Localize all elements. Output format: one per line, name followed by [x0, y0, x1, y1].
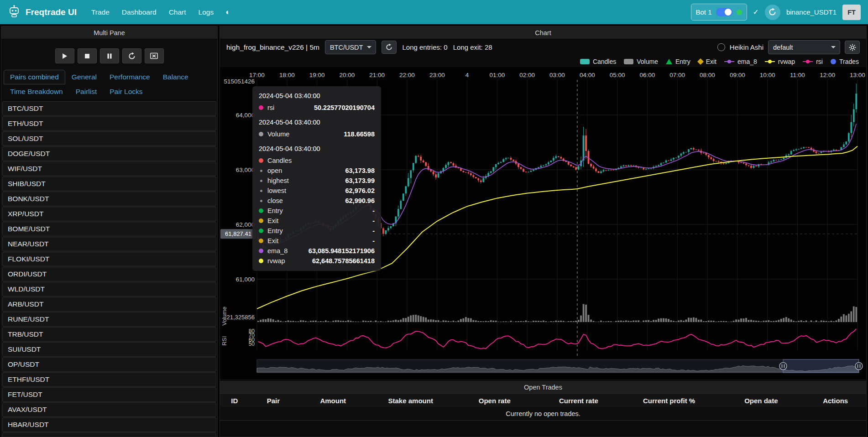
long-entries-label: Long entries: 0 [402, 43, 447, 51]
tab-balance[interactable]: Balance [157, 70, 195, 84]
legend-item-trades[interactable]: Trades [831, 58, 859, 65]
tooltip-label: highest [267, 177, 289, 184]
legend-item-exit[interactable]: Exit [698, 58, 716, 65]
pair-item[interactable]: NEAR/USDT [2, 237, 216, 251]
pair-item[interactable]: ARB/USDT [2, 297, 216, 312]
tab-general[interactable]: General [65, 70, 103, 84]
tab-pairlist[interactable]: Pairlist [69, 84, 104, 99]
legend-item-rvwap[interactable]: rvwap [765, 58, 795, 65]
legend-label: Exit [706, 58, 716, 65]
axis-label: 08:00 [700, 72, 715, 78]
exchange-label: binance_USDT1 [786, 8, 837, 16]
user-avatar[interactable]: FT [842, 5, 861, 20]
bot-reload-button[interactable] [765, 5, 780, 20]
legend-item-candles[interactable]: Candles [580, 58, 616, 65]
tooltip-label: Exit [267, 217, 278, 224]
legend-item-ema_8[interactable]: ema_8 [724, 58, 757, 65]
reload-config-button[interactable] [122, 48, 141, 63]
entry-swatch-icon [666, 59, 672, 64]
tooltip-value: 50.22577020190704 [314, 104, 375, 111]
pair-item[interactable]: SUI/USDT [2, 342, 216, 357]
pair-item[interactable]: SOL/USDT [2, 131, 216, 146]
tooltip-row: rvwap62,648.75785661418 [259, 256, 375, 266]
pair-item[interactable]: BONK/USDT [2, 192, 216, 206]
legend-dot-icon [806, 60, 810, 63]
pair-item[interactable]: ORDI/USDT [2, 267, 216, 281]
navbar: Freqtrade UI TradeDashboardChartLogs ◐ B… [0, 0, 868, 24]
nav-link-dashboard[interactable]: Dashboard [122, 8, 157, 16]
candles-swatch-icon [580, 59, 590, 64]
nav-link-chart[interactable]: Chart [169, 8, 186, 16]
pair-select[interactable]: BTC/USDT [325, 40, 376, 54]
axis-label: 11:00 [790, 72, 805, 78]
pair-item[interactable]: BOME/USDT [2, 222, 216, 236]
pair-item[interactable]: AVAX/USDT [2, 402, 216, 417]
tooltip-value: 62,976.02 [345, 187, 375, 194]
freqtrade-logo-icon [7, 5, 21, 20]
tooltip-label: ema_8 [267, 247, 288, 255]
pause-bot-button[interactable] [100, 48, 119, 63]
legend-item-volume[interactable]: Volume [624, 58, 658, 65]
axis-label: 4 [465, 72, 469, 78]
bot-toggle[interactable] [716, 8, 732, 16]
rsi-swatch-icon [803, 61, 813, 62]
pair-item[interactable]: DOGE/USDT [2, 146, 216, 161]
chart-settings-button[interactable] [845, 41, 860, 54]
pair-item[interactable]: FET/USDT [2, 387, 216, 402]
pair-item[interactable]: FLOKI/USDT [2, 252, 216, 266]
tooltip-row: rsi50.22577020190704 [259, 103, 375, 113]
axis-label: 515051426 [224, 78, 255, 85]
nav-link-logs[interactable]: Logs [199, 8, 214, 16]
strategy-label: high_frog_binance_v226 | 5m [226, 43, 319, 52]
pair-item[interactable]: XRP/USDT [2, 207, 216, 221]
long-exit-label: Long exit: 28 [453, 43, 492, 51]
confirm-check-icon: ✓ [753, 8, 759, 16]
tab-pairs-combined[interactable]: Pairs combined [4, 70, 65, 84]
stop-bot-button[interactable] [78, 48, 97, 63]
tab-pair-locks[interactable]: Pair Locks [103, 84, 149, 99]
reset-layout-button[interactable] [145, 48, 164, 63]
tooltip-time: 2024-05-04 03:40:00 [259, 145, 375, 152]
tooltip-row: close62,990.96 [259, 196, 375, 206]
legend-item-rsi[interactable]: rsi [803, 58, 823, 65]
plot-config-select[interactable]: default [768, 40, 840, 54]
tooltip-label: close [267, 197, 283, 204]
axis-label: 61,000 [236, 276, 255, 283]
pair-item[interactable]: RNDR/USDT [2, 432, 216, 437]
pair-item[interactable]: OP/USDT [2, 357, 216, 372]
heikin-ashi-checkbox[interactable] [717, 43, 725, 51]
column-header-open-rate: Open rate [453, 394, 537, 407]
pair-item[interactable]: SHIB/USDT [2, 177, 216, 191]
trades-swatch-icon [831, 59, 836, 64]
legend-label: Entry [675, 58, 690, 65]
rvwap-swatch-icon [765, 61, 775, 62]
zoom-selected-window[interactable] [783, 359, 859, 373]
pair-item[interactable]: RUNE/USDT [2, 312, 216, 327]
zoom-handle-left[interactable] [779, 363, 787, 370]
axis-label: 23:00 [429, 72, 445, 78]
axis-label: 03:00 [549, 72, 565, 78]
brand-title: Freqtrade UI [26, 7, 77, 17]
pair-item[interactable]: HBAR/USDT [2, 417, 216, 432]
tooltip-label: rsi [267, 104, 274, 111]
pair-item[interactable]: WIF/USDT [2, 161, 216, 176]
tooltip-row: open63,173.98 [259, 166, 375, 176]
nav-link-trade[interactable]: Trade [91, 8, 110, 16]
pair-item[interactable]: BTC/USDT [2, 101, 216, 116]
pair-item[interactable]: ETH/USDT [2, 116, 216, 131]
chart-reload-button[interactable] [382, 41, 397, 54]
theme-toggle-icon[interactable]: ◐ [225, 8, 230, 17]
pair-item[interactable]: ETHFI/USDT [2, 372, 216, 387]
tab-performance[interactable]: Performance [103, 70, 157, 84]
pair-item[interactable]: TRB/USDT [2, 327, 216, 342]
bot-online-dot-icon [737, 10, 742, 15]
axis-label: 01:00 [490, 72, 505, 78]
pair-item[interactable]: WLD/USDT [2, 282, 216, 297]
zoom-handle-right[interactable] [855, 363, 863, 370]
tab-time-breakdown[interactable]: Time Breakdown [4, 84, 69, 99]
start-bot-button[interactable] [55, 48, 74, 63]
legend-item-entry[interactable]: Entry [666, 58, 690, 65]
chart-canvas[interactable]: 17:0018:0019:0020:0021:0022:0023:00401:0… [220, 67, 867, 379]
bot-selector[interactable]: Bot 1 [691, 4, 747, 21]
axis-label: 07:00 [669, 72, 685, 78]
